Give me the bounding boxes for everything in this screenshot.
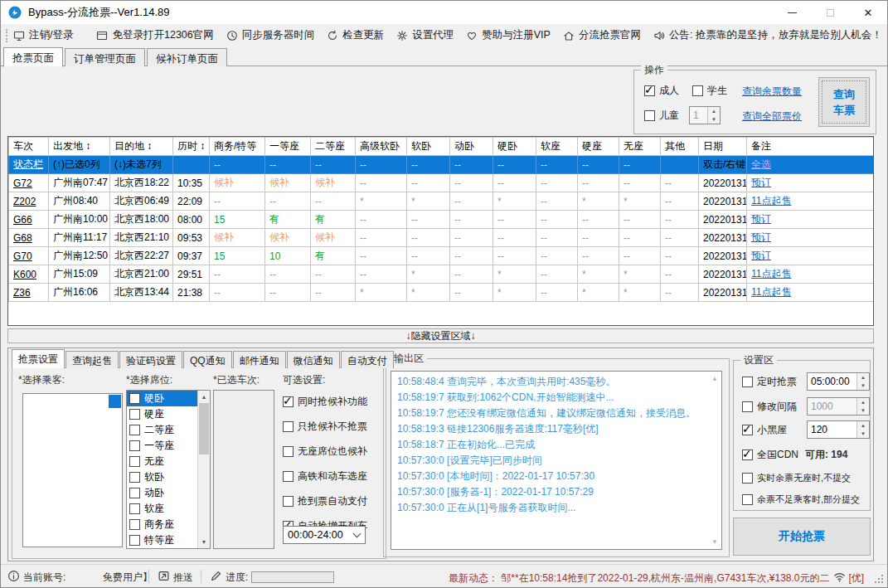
seat-item-2[interactable]: 硬座	[127, 406, 197, 422]
setting-checkbox[interactable]: 小黑屋	[742, 423, 787, 437]
checkbox-box[interactable]	[283, 446, 294, 457]
table-row-G72[interactable]: G72广州南07:47北京西18:2210:35候补候补候补----------…	[9, 174, 874, 192]
extra-checkbox[interactable]: 余票不足乘客时,部分提交	[742, 493, 860, 506]
checkbox-box[interactable]	[129, 488, 140, 498]
seat-listbox[interactable]: 硬卧硬座二等座一等座无座软卧动卧软座商务座特等座 ▲ ▼	[126, 390, 211, 549]
spin-arrows[interactable]: ▲▼	[707, 107, 720, 124]
seat-item-9[interactable]: 商务座	[127, 517, 197, 532]
checkbox-box[interactable]	[129, 440, 140, 451]
train-link[interactable]: G72	[13, 177, 32, 189]
query-all-prices-link[interactable]: 查询全部票价	[742, 109, 802, 124]
table-row-G70[interactable]: G70广州南12:50北京西22:2709:371510有-----------…	[9, 247, 874, 265]
checkbox-box[interactable]	[742, 401, 753, 412]
toolbar-item-5[interactable]: 设置代理	[396, 28, 454, 42]
checkbox-box[interactable]	[283, 496, 294, 507]
spin-down-icon[interactable]: ▼	[857, 406, 869, 415]
checkbox-box[interactable]	[742, 473, 753, 484]
selected-trains-listbox[interactable]	[213, 390, 274, 549]
train-link[interactable]: G70	[13, 250, 32, 262]
note-link[interactable]: 11点起售	[751, 268, 791, 279]
spin-down-icon[interactable]: ▼	[857, 381, 869, 390]
train-link[interactable]: G66	[13, 214, 32, 226]
table-row-G66[interactable]: G66广州南10:00北京西18:0008:0015有有------------…	[9, 211, 874, 229]
status-bar-link[interactable]: 状态栏	[13, 158, 43, 170]
settings-tab-3[interactable]: 验证码设置	[119, 351, 182, 368]
checkbox-box[interactable]	[742, 425, 753, 435]
note-link[interactable]: 预订	[751, 250, 771, 261]
scroll-down-icon[interactable]: ▼	[711, 538, 718, 546]
table-row-K600[interactable]: K600广州15:09北京西21:0029:51--------*--*--**…	[9, 265, 874, 284]
train-link[interactable]: K600	[13, 269, 36, 280]
setting-spinner[interactable]: 05:00:00▲▼	[807, 372, 870, 391]
output-log[interactable]: 10:58:48:4 查询完毕，本次查询共用时:435毫秒。10:58:19:7…	[391, 371, 722, 550]
checkbox-box[interactable]	[129, 535, 140, 546]
checkbox-box[interactable]	[283, 471, 294, 482]
column-header[interactable]: 二等座	[311, 138, 356, 156]
seat-item-1[interactable]: 硬卧	[127, 391, 197, 406]
column-header[interactable]: 商务/特等	[210, 138, 265, 156]
seat-item-4[interactable]: 一等座	[127, 438, 197, 454]
settings-tab-1[interactable]: 抢票设置	[12, 349, 65, 369]
close-button[interactable]: ✕	[849, 1, 887, 24]
column-header[interactable]: 出发地 ↕	[49, 138, 110, 156]
checkbox-box[interactable]	[283, 421, 294, 432]
spin-down-icon[interactable]: ▼	[708, 115, 720, 124]
column-header[interactable]: 目的地 ↕	[110, 138, 173, 156]
option-checkbox-4[interactable]: 高铁和动车选座	[283, 469, 367, 484]
column-header[interactable]: 高级软卧	[356, 138, 407, 156]
option-checkbox-2[interactable]: 只抢候补不抢票	[283, 420, 367, 434]
spin-arrows[interactable]: ▲▼	[856, 373, 869, 390]
seat-item-7[interactable]: 动卧	[127, 485, 197, 501]
column-header[interactable]: 软卧	[407, 138, 450, 156]
toolbar-item-2[interactable]: 免登录打开12306官网	[96, 28, 213, 42]
table-row-Z202[interactable]: Z202广州08:40北京西06:4922:09------**--*--**-…	[9, 192, 874, 211]
setting-checkbox[interactable]: 修改间隔	[742, 400, 797, 414]
adult-checkbox[interactable]: 成人	[644, 84, 679, 98]
table-row-Z36[interactable]: Z36广州16:06北京西13:4421:38------**--*--**--…	[9, 284, 874, 302]
column-header[interactable]: 其他	[661, 138, 699, 156]
start-grabbing-button[interactable]: 开始抢票	[733, 518, 871, 556]
push-label[interactable]: 推送	[173, 571, 193, 585]
setting-checkbox[interactable]: 定时抢票	[742, 375, 797, 389]
minimize-button[interactable]	[773, 1, 811, 24]
checkbox-box[interactable]	[742, 377, 753, 387]
option-checkbox-5[interactable]: 抢到票自动支付	[283, 494, 367, 508]
checkbox-box[interactable]	[129, 409, 140, 420]
maximize-button[interactable]	[811, 1, 849, 24]
table-row-G68[interactable]: G68广州南11:17北京西21:1009:53候补候补候补----------…	[9, 229, 874, 247]
column-header[interactable]: 硬卧	[493, 138, 536, 156]
checkbox-box[interactable]	[129, 425, 140, 435]
note-link[interactable]: 预订	[751, 177, 771, 188]
note-link[interactable]: 11点起售	[751, 195, 791, 207]
toolbar-item-4[interactable]: 检查更新	[327, 28, 384, 42]
column-header[interactable]: 车次	[9, 138, 49, 156]
seat-scrollbar[interactable]: ▲ ▼	[197, 391, 210, 548]
main-tab-2[interactable]: 订单管理页面	[65, 48, 145, 66]
train-link[interactable]: Z202	[13, 196, 36, 207]
grab-time-range-dropdown[interactable]: 00:00-24:00	[283, 526, 366, 544]
spin-arrows[interactable]: ▲▼	[856, 421, 869, 438]
query-remaining-tickets-link[interactable]: 查询余票数量	[742, 85, 802, 99]
toolbar-item-3[interactable]: 同步服务器时间	[226, 28, 315, 42]
checkbox-box[interactable]	[283, 396, 294, 407]
spin-up-icon[interactable]: ▲	[857, 421, 869, 430]
column-header[interactable]: 软座	[536, 138, 578, 156]
resize-grip[interactable]	[881, 581, 883, 583]
scroll-thumb[interactable]	[199, 403, 209, 454]
spin-up-icon[interactable]: ▲	[857, 373, 869, 381]
seat-item-10[interactable]: 特等座	[127, 532, 197, 548]
toolbar-item-1[interactable]: 注销/登录	[13, 28, 73, 42]
spin-down-icon[interactable]: ▼	[857, 430, 869, 438]
cdn-checkbox[interactable]: 全国CDN	[742, 448, 798, 462]
column-header[interactable]: 历时 ↕	[173, 138, 210, 156]
spin-up-icon[interactable]: ▲	[857, 398, 869, 406]
checkbox-box[interactable]	[644, 110, 655, 121]
note-link[interactable]: 11点起售	[751, 286, 791, 298]
scroll-up-icon[interactable]: ▲	[711, 375, 718, 382]
passenger-listbox[interactable]	[22, 393, 123, 547]
setting-spinner[interactable]: 120▲▼	[807, 420, 870, 439]
train-link[interactable]: Z36	[13, 287, 31, 299]
option-checkbox-3[interactable]: 无座席位也候补	[283, 445, 367, 459]
settings-tab-7[interactable]: 自动支付	[341, 351, 394, 368]
checkbox-box[interactable]	[129, 456, 140, 467]
